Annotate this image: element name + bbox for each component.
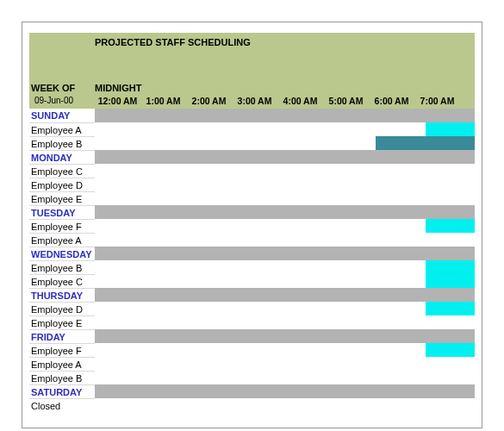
time-slot: 1:00 AM <box>140 96 186 106</box>
schedule-bar <box>95 343 475 357</box>
schedule-sheet: PROJECTED STAFF SCHEDULING WEEK OF MIDNI… <box>29 33 475 412</box>
schedule-segment <box>95 357 475 371</box>
schedule-segment <box>95 150 475 164</box>
day-label: FRIDAY <box>29 329 95 343</box>
schedule-bar <box>95 219 475 233</box>
schedule-bar <box>95 274 475 288</box>
day-label: WEDNESDAY <box>29 247 95 260</box>
employee-label: Employee C <box>29 164 95 178</box>
schedule-segment <box>426 260 475 274</box>
employee-label: Employee E <box>29 191 95 205</box>
schedule-segment <box>95 219 426 233</box>
header-band: PROJECTED STAFF SCHEDULING WEEK OF MIDNI… <box>29 33 475 109</box>
schedule-segment <box>95 233 475 247</box>
schedule-grid: SUNDAYEmployee AEmployee BMONDAYEmployee… <box>29 109 475 412</box>
day-row: TUESDAY <box>29 205 475 219</box>
day-label: SUNDAY <box>29 109 95 122</box>
employee-row: Employee D <box>29 302 475 315</box>
header-row-times: 09-Jun-00 12:00 AM 1:00 AM 2:00 AM 3:00 … <box>29 96 475 106</box>
employee-row: Employee B <box>29 260 475 274</box>
day-row: THURSDAY <box>29 288 475 302</box>
week-date: 09-Jun-00 <box>29 96 95 106</box>
schedule-segment <box>95 247 475 260</box>
schedule-bar <box>95 233 475 247</box>
midnight-label: MIDNIGHT <box>95 83 140 93</box>
employee-row: Employee B <box>29 136 475 150</box>
schedule-bar <box>95 136 475 150</box>
schedule-segment <box>95 260 426 274</box>
schedule-segment <box>95 288 475 302</box>
day-row: MONDAY <box>29 150 475 164</box>
day-label: MONDAY <box>29 150 95 164</box>
schedule-bar <box>95 398 475 412</box>
schedule-segment <box>95 191 475 205</box>
time-slot: 12:00 AM <box>95 96 140 106</box>
schedule-segment <box>426 122 475 136</box>
time-slot: 2:00 AM <box>186 96 232 106</box>
schedule-segment <box>95 122 426 136</box>
schedule-bar <box>95 150 475 164</box>
schedule-bar <box>95 109 475 122</box>
schedule-segment <box>95 315 475 329</box>
schedule-segment <box>95 178 475 191</box>
employee-row: Employee A <box>29 122 475 136</box>
employee-row: Employee A <box>29 233 475 247</box>
schedule-segment <box>426 219 475 233</box>
employee-row: Employee C <box>29 274 475 288</box>
employee-row: Employee F <box>29 219 475 233</box>
employee-label: Employee F <box>29 343 95 357</box>
employee-label: Employee A <box>29 357 95 371</box>
schedule-segment <box>95 329 475 343</box>
employee-label: Employee E <box>29 315 95 329</box>
employee-label: Employee B <box>29 371 95 384</box>
employee-label: Employee C <box>29 274 95 288</box>
day-label: THURSDAY <box>29 288 95 302</box>
employee-row: Employee C <box>29 164 475 178</box>
employee-row: Closed <box>29 398 475 412</box>
page-title: PROJECTED STAFF SCHEDULING <box>29 33 475 47</box>
schedule-segment <box>426 302 475 315</box>
employee-label: Employee A <box>29 122 95 136</box>
schedule-segment <box>95 384 475 398</box>
employee-row: Employee D <box>29 178 475 191</box>
day-row: WEDNESDAY <box>29 247 475 260</box>
employee-label: Closed <box>29 398 95 412</box>
employee-label: Employee F <box>29 219 95 233</box>
employee-label: Employee D <box>29 302 95 315</box>
time-slot: 3:00 AM <box>232 96 277 106</box>
header-row-labels: WEEK OF MIDNIGHT <box>29 83 475 93</box>
employee-row: Employee E <box>29 191 475 205</box>
day-label: SATURDAY <box>29 384 95 398</box>
weekof-label: WEEK OF <box>29 83 95 93</box>
schedule-segment <box>95 109 475 122</box>
time-slot: 5:00 AM <box>323 96 369 106</box>
schedule-segment <box>95 205 475 219</box>
schedule-segment <box>95 343 426 357</box>
schedule-bar <box>95 247 475 260</box>
employee-row: Employee A <box>29 357 475 371</box>
employee-label: Employee D <box>29 178 95 191</box>
day-row: SUNDAY <box>29 109 475 122</box>
schedule-bar <box>95 178 475 191</box>
schedule-segment <box>376 136 475 150</box>
schedule-bar <box>95 288 475 302</box>
employee-row: Employee F <box>29 343 475 357</box>
schedule-segment <box>95 398 475 412</box>
schedule-segment <box>95 164 475 178</box>
schedule-segment <box>95 371 475 384</box>
schedule-segment <box>95 274 426 288</box>
schedule-bar <box>95 164 475 178</box>
schedule-bar <box>95 371 475 384</box>
schedule-segment <box>426 274 475 288</box>
schedule-bar <box>95 315 475 329</box>
schedule-bar <box>95 260 475 274</box>
schedule-bar <box>95 302 475 315</box>
schedule-segment <box>95 136 376 150</box>
schedule-bar <box>95 205 475 219</box>
day-row: FRIDAY <box>29 329 475 343</box>
employee-label: Employee B <box>29 260 95 274</box>
schedule-segment <box>426 343 475 357</box>
employee-row: Employee B <box>29 371 475 384</box>
schedule-bar <box>95 191 475 205</box>
schedule-bar <box>95 122 475 136</box>
